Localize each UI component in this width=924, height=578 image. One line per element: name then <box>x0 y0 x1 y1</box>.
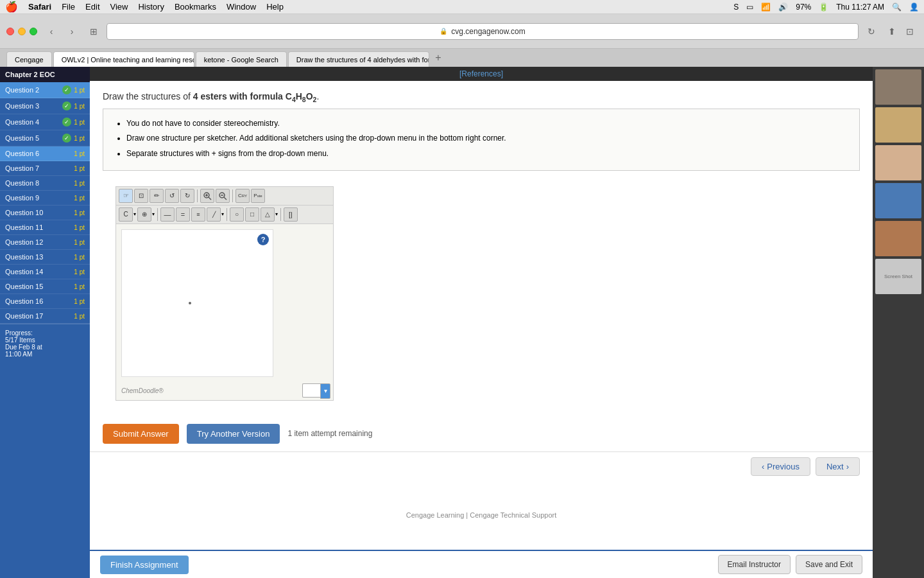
sidebar-item-q14[interactable]: Question 14 1 pt <box>0 265 90 279</box>
sidebar-item-q16[interactable]: Question 16 1 pt <box>0 294 90 309</box>
minimize-window-button[interactable] <box>18 28 26 35</box>
previous-button[interactable]: ‹ Previous <box>751 457 810 476</box>
new-tab-button[interactable]: ⊡ <box>902 24 918 39</box>
sidebar-item-q5[interactable]: Question 5 ✓ 1 pt <box>0 130 90 146</box>
thumbnail-5[interactable] <box>875 221 921 256</box>
menu-edit[interactable]: Edit <box>85 2 99 12</box>
skype-icon: S <box>733 3 739 12</box>
help-button[interactable]: ? <box>257 234 269 245</box>
tab-draw-aldehydes[interactable]: Draw the structures of 4 aldehydes with … <box>288 51 429 67</box>
pencil-tool[interactable]: ✏ <box>150 189 164 203</box>
sidebar-item-q12[interactable]: Question 12 1 pt <box>0 235 90 250</box>
sidebar-item-q9[interactable]: Question 9 1 pt <box>0 191 90 206</box>
thumbnail-2[interactable] <box>875 107 921 143</box>
apple-menu[interactable]: 🍎 <box>5 1 18 13</box>
menu-view[interactable]: View <box>110 2 128 12</box>
formula-sub3: 2 <box>313 96 317 103</box>
sidebar-item-q6[interactable]: Question 6 1 pt <box>0 146 90 161</box>
carbon-dropdown[interactable]: C ▾ <box>119 207 136 222</box>
sidebar-toggle-button[interactable]: ⊞ <box>86 24 101 39</box>
email-instructor-button[interactable]: Email Instructor <box>718 555 791 574</box>
menu-safari[interactable]: Safari <box>28 2 51 12</box>
close-window-button[interactable] <box>6 28 14 35</box>
due-time: 11:00 AM <box>5 351 85 358</box>
search-icon[interactable]: 🔍 <box>892 3 902 12</box>
instruction-2: Draw one structure per sketcher. Add add… <box>126 132 849 146</box>
sidebar-item-q3[interactable]: Question 3 ✓ 1 pt <box>0 98 90 114</box>
paste-tool[interactable]: Pste <box>251 189 265 203</box>
tab-cengage[interactable]: Cengage <box>6 51 52 67</box>
finish-assignment-button[interactable]: Finish Assignment <box>100 556 189 574</box>
menu-help[interactable]: Help <box>266 2 284 12</box>
bracket-tool[interactable]: [| <box>284 207 298 222</box>
address-bar[interactable]: 🔒 cvg.cengagenow.com <box>107 23 859 40</box>
try-another-button[interactable]: Try Another Version <box>187 424 280 444</box>
bond-dropdown[interactable]: ╱ ▾ <box>207 207 224 222</box>
sidebar-item-q13[interactable]: Question 13 1 pt <box>0 250 90 265</box>
menu-history[interactable]: History <box>138 2 164 12</box>
sidebar-item-q4[interactable]: Question 4 ✓ 1 pt <box>0 114 90 130</box>
sidebar-item-q15[interactable]: Question 15 1 pt <box>0 279 90 294</box>
carbon-tool[interactable]: C <box>119 207 133 222</box>
zoom-out-tool[interactable] <box>216 189 230 203</box>
next-button[interactable]: Next › <box>816 457 860 476</box>
sidebar-item-q8[interactable]: Question 8 1 pt <box>0 176 90 191</box>
ring-dd-arrow[interactable]: ▾ <box>152 211 155 217</box>
check-icon-q4: ✓ <box>62 118 71 127</box>
chemdoodle-sketcher[interactable]: ☞ ⊡ ✏ ↺ ↻ <box>116 186 334 401</box>
question-emphasis: 4 esters with formula C4H8O2 <box>193 91 317 101</box>
carbon-dd-arrow[interactable]: ▾ <box>133 211 136 217</box>
due-label: Due Feb 8 at <box>5 344 85 351</box>
sketcher-dropdown-arrow[interactable]: ▾ <box>320 383 330 399</box>
select-tool[interactable]: ☞ <box>119 189 133 203</box>
references-bar[interactable]: [References] <box>90 67 873 81</box>
circle-tool[interactable]: ○ <box>230 207 244 222</box>
sidebar-item-q7[interactable]: Question 7 1 pt <box>0 161 90 176</box>
sketcher-dropdown-area: ▾ <box>302 383 330 399</box>
sidebar-item-q11[interactable]: Question 11 1 pt <box>0 220 90 235</box>
copy-tool[interactable]: CRY <box>235 189 250 203</box>
references-link[interactable]: [References] <box>459 69 503 78</box>
drawing-canvas[interactable]: ? <box>121 229 273 377</box>
progress-area: Progress: 5/17 Items Due Feb 8 at 11:00 … <box>0 324 90 363</box>
menu-file[interactable]: File <box>62 2 75 12</box>
thumbnail-1[interactable] <box>875 69 921 105</box>
thumbnail-4[interactable] <box>875 183 921 218</box>
single-bond-tool[interactable]: — <box>160 207 175 222</box>
bond-dd-arrow[interactable]: ▾ <box>221 211 224 217</box>
sketcher-type-input[interactable] <box>302 383 320 398</box>
browser: ‹ › ⊞ 🔒 cvg.cengagenow.com ↻ ⬆ ⊡ Cengage… <box>0 14 924 578</box>
reload-button[interactable]: ↻ <box>864 24 879 39</box>
zoom-in-tool[interactable] <box>200 189 214 203</box>
maximize-window-button[interactable] <box>30 28 37 35</box>
triple-bond-tool[interactable]: ≡ <box>191 207 205 222</box>
shape-dropdown[interactable]: △ ▾ <box>261 207 278 222</box>
redo-tool[interactable]: ↻ <box>180 189 194 203</box>
ring-dropdown[interactable]: ⊕ ▾ <box>137 207 155 222</box>
save-and-exit-button[interactable]: Save and Exit <box>796 555 862 574</box>
ring-tool[interactable]: ⊕ <box>137 207 151 222</box>
square-tool[interactable]: □ <box>245 207 259 222</box>
back-button[interactable]: ‹ <box>42 24 60 39</box>
lasso-tool[interactable]: ⊡ <box>134 189 148 203</box>
shape-tool[interactable]: △ <box>261 207 275 222</box>
submit-answer-button[interactable]: Submit Answer <box>103 424 179 444</box>
sidebar-item-q10[interactable]: Question 10 1 pt <box>0 206 90 220</box>
toolbar-separator-1 <box>197 189 198 202</box>
share-button[interactable]: ⬆ <box>884 24 900 39</box>
tab-ketone[interactable]: ketone - Google Search <box>196 51 287 67</box>
menu-window[interactable]: Window <box>227 2 256 12</box>
forward-button[interactable]: › <box>63 24 81 39</box>
sidebar-item-q17[interactable]: Question 17 1 pt <box>0 309 90 324</box>
add-tab-button[interactable]: + <box>431 50 446 66</box>
double-bond-tool[interactable]: = <box>176 207 190 222</box>
sidebar-item-q2[interactable]: Question 2 ✓ 1 pt <box>0 82 90 98</box>
thumbnail-3[interactable] <box>875 145 921 180</box>
tab-owlv2[interactable]: OWLv2 | Online teaching and learning res… <box>53 51 194 67</box>
menu-bookmarks[interactable]: Bookmarks <box>175 2 216 12</box>
shape-dd-arrow[interactable]: ▾ <box>275 211 278 217</box>
bond-type-tool[interactable]: ╱ <box>207 207 221 222</box>
eraser-tool[interactable]: ↺ <box>165 189 179 203</box>
thumbnail-6[interactable]: Screen Shot <box>875 259 921 294</box>
user-icon[interactable]: 👤 <box>909 3 919 12</box>
